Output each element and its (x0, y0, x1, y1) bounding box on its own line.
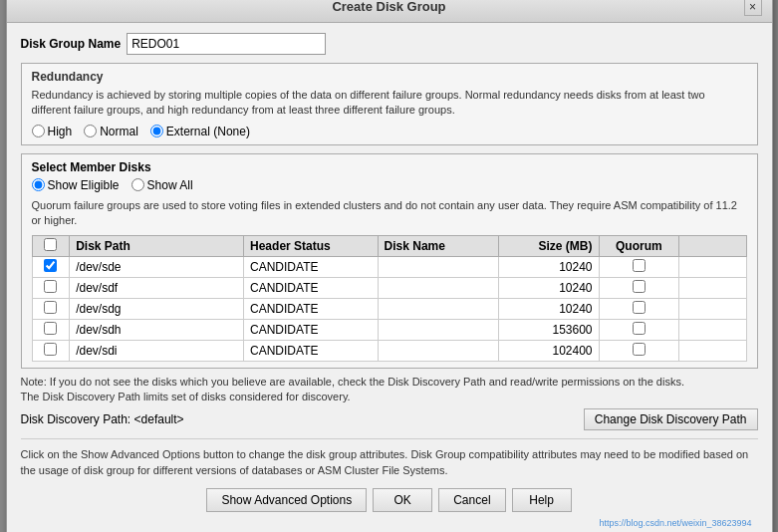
radio-normal[interactable]: Normal (84, 125, 138, 138)
disk-size-5: 102400 (498, 340, 599, 361)
title-bar: Create Disk Group × (7, 0, 772, 23)
col-header-select (32, 235, 70, 256)
show-eligible-label: Show Eligible (48, 178, 120, 192)
extra-5 (679, 340, 746, 361)
disk-name-4 (378, 319, 498, 340)
row-checkbox-3[interactable] (44, 301, 57, 314)
show-advanced-button[interactable]: Show Advanced Options (206, 488, 367, 512)
discovery-path-row: Disk Discovery Path: <default> Change Di… (21, 408, 758, 430)
disk-size-2: 10240 (498, 277, 599, 298)
row-checkbox-5[interactable] (44, 343, 57, 356)
show-options-row: Show Eligible Show All (32, 178, 747, 192)
disk-status-5: CANDIDATE (244, 340, 379, 361)
radio-normal-input[interactable] (84, 125, 97, 137)
radio-external-label: External (None) (166, 125, 250, 138)
col-header-size: Size (MB) (498, 235, 599, 256)
quorum-check-2[interactable] (633, 280, 646, 293)
disk-path-5: /dev/sdi (70, 340, 244, 361)
radio-normal-label: Normal (100, 125, 138, 138)
extra-2 (679, 277, 746, 298)
col-header-quorum: Quorum (599, 235, 679, 256)
disk-name-5 (378, 340, 498, 361)
radio-external[interactable]: External (None) (150, 125, 250, 138)
member-disks-title: Select Member Disks (32, 160, 747, 174)
quorum-check-5[interactable] (633, 343, 646, 356)
cancel-button[interactable]: Cancel (438, 488, 505, 512)
dialog-title: Create Disk Group (35, 0, 744, 14)
disk-path-1: /dev/sde (70, 256, 244, 277)
change-disk-discovery-button[interactable]: Change Disk Discovery Path (584, 408, 758, 430)
disk-path-4: /dev/sdh (70, 319, 244, 340)
disk-group-name-row: Disk Group Name (21, 33, 758, 55)
redundancy-description: Redundancy is achieved by storing multip… (32, 88, 747, 119)
show-all-option[interactable]: Show All (131, 178, 193, 192)
disk-path-3: /dev/sdg (70, 298, 244, 319)
disk-table: Disk Path Header Status Disk Name Size (… (32, 235, 747, 362)
quorum-description: Quorum failure groups are used to store … (32, 198, 747, 229)
select-all-checkbox[interactable] (44, 238, 57, 251)
show-eligible-radio[interactable] (32, 178, 45, 191)
disk-status-2: CANDIDATE (244, 277, 379, 298)
disk-name-3 (378, 298, 498, 319)
table-row: /dev/sde CANDIDATE 10240 (32, 256, 746, 277)
radio-high[interactable]: High (32, 125, 73, 138)
disk-status-1: CANDIDATE (244, 256, 379, 277)
col-header-path: Disk Path (70, 235, 244, 256)
row-checkbox-2[interactable] (44, 280, 57, 293)
table-row: /dev/sdg CANDIDATE 10240 (32, 298, 746, 319)
disk-path-2: /dev/sdf (70, 277, 244, 298)
extra-1 (679, 256, 746, 277)
ok-button[interactable]: OK (373, 488, 432, 512)
table-row: /dev/sdf CANDIDATE 10240 (32, 277, 746, 298)
show-all-label: Show All (147, 178, 193, 192)
row-checkbox-4[interactable] (44, 322, 57, 335)
member-disks-group: Select Member Disks Show Eligible Show A… (21, 153, 758, 369)
table-row: /dev/sdi CANDIDATE 102400 (32, 340, 746, 361)
disk-status-3: CANDIDATE (244, 298, 379, 319)
quorum-check-1[interactable] (633, 259, 646, 272)
note-text: Note: If you do not see the disks which … (21, 375, 758, 405)
extra-4 (679, 319, 746, 340)
radio-high-input[interactable] (32, 125, 45, 137)
disk-group-name-label: Disk Group Name (21, 37, 122, 51)
discovery-path-label: Disk Discovery Path: <default> (21, 412, 184, 426)
disk-name-2 (378, 277, 498, 298)
disk-status-4: CANDIDATE (244, 319, 379, 340)
advanced-options-text: Click on the Show Advanced Options butto… (21, 438, 758, 478)
col-header-status: Header Status (244, 235, 379, 256)
dialog-body: Disk Group Name Redundancy Redundancy is… (7, 23, 772, 532)
extra-3 (679, 298, 746, 319)
disk-size-3: 10240 (498, 298, 599, 319)
show-all-radio[interactable] (131, 178, 144, 191)
disk-size-4: 153600 (498, 319, 599, 340)
show-eligible-option[interactable]: Show Eligible (32, 178, 120, 192)
redundancy-radio-group: High Normal External (None) (32, 125, 747, 138)
table-row: /dev/sdh CANDIDATE 153600 (32, 319, 746, 340)
disk-group-name-input[interactable] (127, 33, 326, 55)
bottom-buttons: Show Advanced Options OK Cancel Help (21, 488, 758, 516)
help-button[interactable]: Help (512, 488, 572, 512)
close-button[interactable]: × (744, 0, 762, 16)
col-header-name: Disk Name (378, 235, 498, 256)
watermark: https://blog.csdn.net/weixin_38623994 (21, 516, 758, 530)
quorum-check-3[interactable] (633, 301, 646, 314)
col-header-extra (679, 235, 746, 256)
disk-name-1 (378, 256, 498, 277)
row-checkbox-1[interactable] (44, 259, 57, 272)
redundancy-group: Redundancy Redundancy is achieved by sto… (21, 63, 758, 145)
disk-size-1: 10240 (498, 256, 599, 277)
redundancy-title: Redundancy (32, 70, 747, 84)
quorum-check-4[interactable] (633, 322, 646, 335)
radio-high-label: High (48, 125, 73, 138)
create-disk-group-dialog: Create Disk Group × Disk Group Name Redu… (6, 0, 773, 532)
radio-external-input[interactable] (150, 125, 163, 137)
